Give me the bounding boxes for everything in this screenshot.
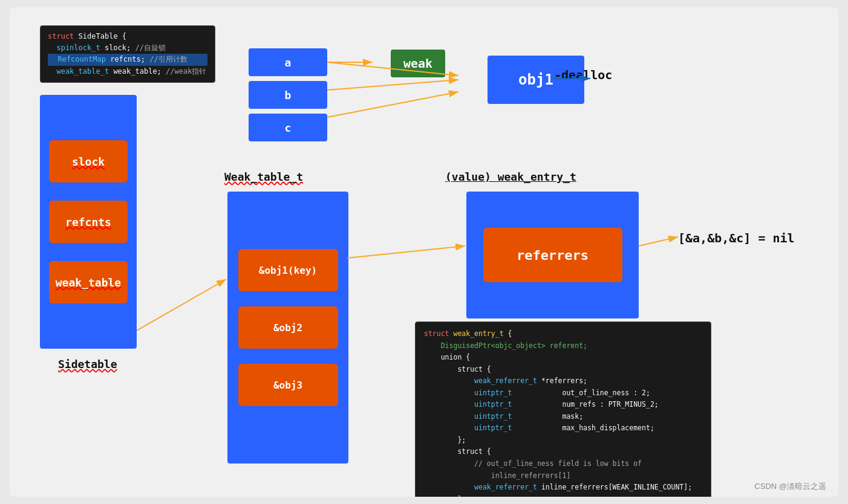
struct-name: SideTable { xyxy=(79,32,126,40)
weak-table-column: &obj1(key) &obj2 &obj3 xyxy=(227,192,348,464)
code-box-top: struct SideTable { spinlock_t slock; //自… xyxy=(40,25,215,83)
keyword-struct: struct xyxy=(48,32,74,40)
bottom-code-line-4: weak_referrer_t *referrers; xyxy=(424,375,702,387)
weak-table-t-label: Weak_table_t xyxy=(224,170,303,183)
type-refcountmap: RefcountMap xyxy=(49,55,110,63)
code-line-2: RefcountMap refcnts; //引用计数 xyxy=(48,54,207,65)
bottom-code-line-5: uintptr_t out_of_line_ness : 2; xyxy=(424,387,702,399)
sidetable-label: Sidetable xyxy=(58,358,117,370)
comment-weaktable: //weak指针 xyxy=(166,67,206,76)
dealloc-label: -dealloc xyxy=(554,68,612,82)
abc-column: a b c xyxy=(249,48,327,141)
field-slock: slock; xyxy=(105,44,131,52)
bottom-code-line-2: union { xyxy=(424,352,702,364)
svg-line-5 xyxy=(327,92,458,117)
bottom-code-line-1: DisguisedPtr<objc_object> referent; xyxy=(424,340,702,352)
main-canvas: struct SideTable { spinlock_t slock; //自… xyxy=(10,7,838,497)
type-spinlock: spinlock_t xyxy=(48,44,105,52)
obj2-block: &obj2 xyxy=(238,306,338,349)
bottom-code-line-13: weak_referrer_t inline_referrers[WEAK_IN… xyxy=(424,482,702,494)
field-refcnts: refcnts; xyxy=(110,55,145,63)
weak-box: weak xyxy=(391,50,445,77)
bottom-code-line-12: inline_referrers[1] xyxy=(424,470,702,482)
weak-entry-t-label: (value) weak_entry_t xyxy=(445,170,576,183)
comment-slock: //自旋锁 xyxy=(135,44,166,52)
referrers-block: referrers xyxy=(483,228,622,282)
bottom-code-line-6: uintptr_t num_refs : PTR_MINUS_2; xyxy=(424,399,702,411)
svg-line-8 xyxy=(347,246,465,258)
weak-table-block: weak_table xyxy=(49,261,128,303)
obj1-key-block: &obj1(key) xyxy=(238,249,338,291)
weak-entry-column: referrers xyxy=(466,192,639,318)
sidetable-column: slock refcnts weak_table xyxy=(40,95,137,349)
a-box: a xyxy=(249,48,327,76)
bottom-code-line-0: struct weak_entry_t { xyxy=(424,328,702,340)
slock-block: slock xyxy=(49,140,128,183)
comment-refcnts: //引用计数 xyxy=(149,55,187,63)
c-box: c xyxy=(249,114,327,141)
nil-label: [&a,&b,&c] = nil xyxy=(678,231,795,245)
field-weaktable: weak_table; xyxy=(113,67,161,76)
bottom-code-line-11: // out_of_line_ness field is low bits of xyxy=(424,458,702,470)
bottom-code-line-7: uintptr_t mask; xyxy=(424,411,702,423)
bottom-code-line-10: struct { xyxy=(424,446,702,458)
refcnts-block: refcnts xyxy=(49,201,128,243)
b-box: b xyxy=(249,81,327,109)
bottom-code-line-9: }; xyxy=(424,435,702,447)
bottom-code-line-3: struct { xyxy=(424,364,702,376)
code-line-3: weak_table_t weak_table; //weak指针 xyxy=(48,66,207,77)
obj3-block: &obj3 xyxy=(238,364,338,406)
bottom-code-line-14: }; xyxy=(424,494,702,497)
type-weaktable: weak_table_t xyxy=(48,67,113,76)
code-line-1: spinlock_t slock; //自旋锁 xyxy=(48,42,207,54)
svg-line-9 xyxy=(639,237,678,246)
watermark: CSDN @淡暗云之遥 xyxy=(754,481,826,492)
svg-line-4 xyxy=(327,80,458,90)
svg-line-7 xyxy=(137,279,226,331)
bottom-code-line-8: uintptr_t max_hash_displacement; xyxy=(424,422,702,435)
code-box-bottom: struct weak_entry_t { DisguisedPtr<objc_… xyxy=(415,321,711,497)
code-line-struct: struct SideTable { xyxy=(48,31,207,42)
